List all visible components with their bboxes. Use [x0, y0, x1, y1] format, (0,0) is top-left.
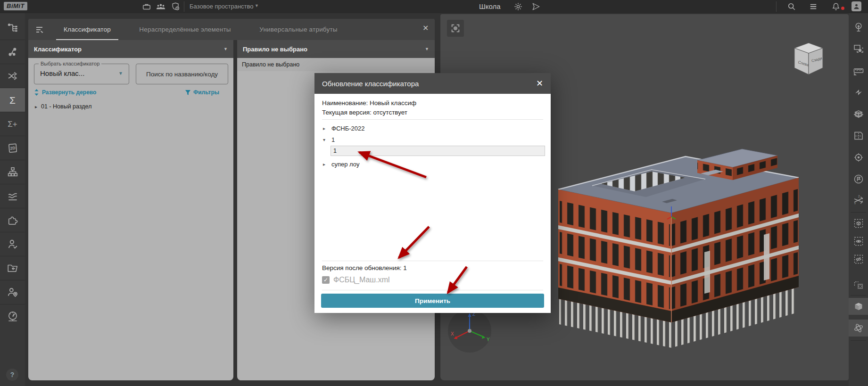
- classifier-select[interactable]: Выбрать классификатор Новый клас... ▼: [34, 64, 129, 84]
- apply-button[interactable]: Применить: [321, 294, 544, 308]
- flag-tool[interactable]: [849, 171, 868, 188]
- user-location-tool[interactable]: [0, 280, 25, 304]
- 2d-glyph: 2D: [10, 146, 16, 151]
- caret-right-icon: ▸: [323, 162, 328, 167]
- share-icon[interactable]: [531, 2, 541, 11]
- bell-icon[interactable]: [831, 2, 841, 11]
- version-name-input[interactable]: [331, 146, 545, 156]
- dialog-tree-item[interactable]: ▸ супер лоу: [323, 161, 359, 168]
- clear-selection-tool[interactable]: [849, 276, 868, 293]
- dialog-tree-item[interactable]: ▸ ФСНБ-2022: [323, 125, 364, 132]
- flash-planes-tool[interactable]: [849, 84, 868, 101]
- folder-import-tool[interactable]: [0, 256, 25, 280]
- plugin-puzzle-tool[interactable]: [0, 208, 25, 232]
- chevron-down-icon: ▼: [425, 47, 429, 51]
- checkbox-checked-icon[interactable]: ✓: [322, 276, 330, 284]
- user-avatar-icon[interactable]: [851, 1, 861, 11]
- fit-view-button[interactable]: [447, 20, 464, 37]
- toolbar-divider: [851, 212, 866, 213]
- dialog-title: Обновление классификатора: [322, 80, 419, 88]
- caret-right-icon: ▸: [323, 126, 328, 131]
- tab-unallocated-elements[interactable]: Нераспределённые элементы: [130, 19, 240, 40]
- 2d-view-tool[interactable]: 2D: [0, 136, 25, 160]
- classifier-column-header[interactable]: Классификатор ▼: [28, 40, 233, 58]
- topbar-divider: [776, 1, 777, 12]
- file-name-label: ФСБЦ_Маш.xml: [333, 276, 390, 284]
- target-tool[interactable]: [849, 149, 868, 166]
- axis-gizmo[interactable]: Z X Y: [447, 308, 492, 353]
- section-cube-tool[interactable]: [849, 106, 868, 123]
- shuffle-tool[interactable]: [0, 64, 25, 88]
- file-checkbox-row: ✓ ФСБЦ_Маш.xml: [322, 276, 390, 284]
- chevron-down-icon[interactable]: ▼: [255, 3, 259, 8]
- panel-menu-icon[interactable]: [35, 25, 44, 34]
- tab-universal-attributes[interactable]: Универсальные атрибуты: [249, 19, 348, 40]
- tree-item-label: ФСНБ-2022: [331, 125, 364, 132]
- expand-tree-label: Развернуть дерево: [42, 89, 96, 96]
- solid-view-cube-tool[interactable]: [849, 298, 868, 315]
- workspace-selector[interactable]: Базовое пространство: [190, 3, 254, 10]
- tab-classifier[interactable]: Классификатор: [54, 19, 120, 40]
- rule-header-label: Правило не выбрано: [243, 46, 307, 53]
- classifier-update-dialog: Обновление классификатора ✕ Наименование…: [314, 73, 551, 313]
- orbit-rotate-tool[interactable]: [849, 320, 868, 337]
- axis-y-label: Y: [487, 337, 490, 342]
- filters-button[interactable]: Фильтры: [185, 89, 219, 96]
- expand-tree-link[interactable]: Развернуть дерево: [34, 89, 96, 96]
- hierarchy-tree-icon: [7, 22, 19, 34]
- tree-item-label: супер лоу: [331, 161, 359, 168]
- left-tool-rail: Σ Σ+ 2D: [0, 13, 25, 386]
- caret-right-icon: ▸: [35, 104, 37, 109]
- sigma-plus-icon: Σ+: [8, 120, 17, 128]
- divider: [322, 261, 543, 261]
- close-icon[interactable]: ✕: [536, 79, 543, 88]
- connection-nodes-tool[interactable]: [0, 40, 25, 64]
- search-by-name-button[interactable]: Поиск по названию/коду: [136, 64, 228, 84]
- classifier-column: Классификатор ▼ Выбрать классификатор Но…: [28, 40, 233, 380]
- dialog-tree-item[interactable]: ▾ 1: [323, 136, 335, 143]
- team-icon[interactable]: [156, 2, 166, 11]
- sum-classifier-tool[interactable]: Σ: [0, 88, 25, 112]
- focus-frame-icon: [450, 23, 461, 33]
- shield-clock-icon[interactable]: [171, 2, 181, 11]
- help-button[interactable]: ?: [6, 369, 18, 381]
- divider: [322, 119, 543, 120]
- notification-dot: [841, 7, 844, 10]
- filter-funnel-icon: [185, 90, 191, 96]
- ruler-tool[interactable]: [849, 62, 868, 79]
- classifier-tree-item[interactable]: ▸ 01 - Новый раздел: [35, 103, 91, 110]
- classifier-select-value: Новый клас...: [40, 69, 84, 77]
- navigation-cube[interactable]: Слева Сзади: [792, 39, 825, 77]
- hide-eye-tool[interactable]: [849, 251, 868, 268]
- dialog-title-bar: Обновление классификатора ✕: [314, 73, 551, 94]
- user-approve-tool[interactable]: [0, 232, 25, 256]
- hierarchy-tree-tool[interactable]: [0, 16, 25, 40]
- plan-sheet-tool[interactable]: [849, 127, 868, 144]
- top-bar: BiMiT Базовое пространство ▼ Школа: [0, 0, 868, 13]
- classifier-name-line: Наименование: Новый классиф: [322, 99, 416, 107]
- grid-axes-tool[interactable]: 12: [849, 191, 868, 208]
- nature-tree-tool[interactable]: [849, 19, 868, 36]
- sum-add-tool[interactable]: Σ+: [0, 112, 25, 136]
- briefcase-icon[interactable]: [141, 2, 152, 11]
- gear-icon[interactable]: [513, 2, 523, 11]
- rule-column-header[interactable]: Правило не выбрано ▼: [237, 40, 435, 58]
- axis-x-label: X: [451, 331, 454, 337]
- isolate-cube-tool[interactable]: [849, 215, 868, 232]
- gauge-tool[interactable]: [0, 304, 25, 328]
- version-after-line: Версия после обновления: 1: [322, 264, 407, 271]
- search-icon[interactable]: [786, 2, 797, 11]
- classifier-select-label: Выбрать классификатор: [39, 61, 101, 66]
- chevron-down-icon: ▼: [118, 71, 123, 76]
- trend-lines-tool[interactable]: [0, 184, 25, 208]
- sigma-icon: Σ: [9, 95, 16, 105]
- tree-item-label: 01 - Новый раздел: [41, 103, 91, 110]
- show-eye-tool[interactable]: [849, 233, 868, 250]
- org-chart-tool[interactable]: [0, 160, 25, 184]
- toolbar-divider: [851, 340, 866, 341]
- list-icon[interactable]: [808, 2, 818, 11]
- topbar-divider: [184, 1, 184, 12]
- caret-down-icon: ▾: [323, 137, 328, 142]
- select-objects-tool[interactable]: [849, 41, 868, 57]
- close-icon[interactable]: ✕: [422, 25, 429, 32]
